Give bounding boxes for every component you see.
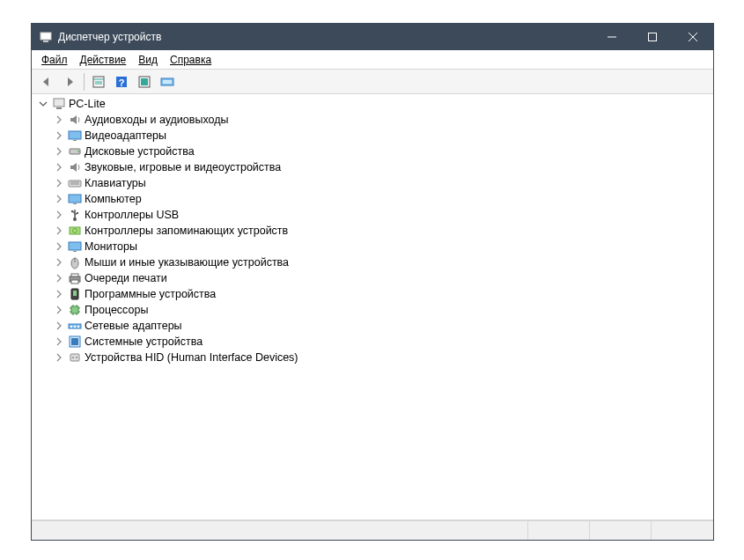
tree-category-label: Дисковые устройства xyxy=(85,145,200,158)
expand-toggle[interactable] xyxy=(53,163,65,172)
menu-help[interactable]: Справка xyxy=(164,52,217,68)
svg-rect-13 xyxy=(141,78,148,85)
svg-rect-30 xyxy=(77,212,78,214)
network-icon xyxy=(68,319,82,333)
svg-point-21 xyxy=(77,151,79,152)
hid-icon xyxy=(68,350,82,365)
storage-icon xyxy=(68,224,82,238)
tree-category[interactable]: Программные устройства xyxy=(32,286,713,302)
computer-icon xyxy=(68,192,82,206)
tree-root-label: PC-Lite xyxy=(69,98,111,110)
maximize-button[interactable] xyxy=(632,24,673,50)
menu-view[interactable]: Вид xyxy=(132,52,164,68)
tree-category-label: Устройства HID (Human Interface Devices) xyxy=(85,351,304,364)
device-tree[interactable]: PC-Lite Аудиовходы и аудиовыходыВидеоада… xyxy=(32,94,713,520)
expand-toggle[interactable] xyxy=(53,290,65,298)
svg-rect-16 xyxy=(54,99,64,107)
tree-category[interactable]: Дисковые устройства xyxy=(32,144,713,159)
expand-toggle[interactable] xyxy=(53,353,65,362)
minimize-button[interactable] xyxy=(592,24,632,50)
svg-rect-53 xyxy=(74,326,76,328)
svg-rect-17 xyxy=(56,107,62,109)
svg-text:?: ? xyxy=(119,77,125,87)
expand-toggle[interactable] xyxy=(53,242,65,251)
expand-toggle[interactable] xyxy=(53,131,65,140)
tree-category-label: Очереди печати xyxy=(85,272,173,284)
status-cell-1 xyxy=(528,521,590,540)
svg-rect-33 xyxy=(69,242,81,250)
tree-category[interactable]: Компьютер xyxy=(32,191,713,207)
svg-point-29 xyxy=(71,210,73,212)
tree-category[interactable]: Системные устройства xyxy=(32,334,713,350)
svg-rect-38 xyxy=(71,274,78,276)
software-icon xyxy=(68,287,82,301)
tree-category[interactable]: Звуковые, игровые и видеоустройства xyxy=(32,159,713,175)
svg-rect-39 xyxy=(71,280,78,284)
tree-category[interactable]: Аудиовходы и аудиовыходы xyxy=(32,112,713,128)
tree-category[interactable]: Устройства HID (Human Interface Devices) xyxy=(32,350,713,365)
expand-toggle[interactable] xyxy=(53,115,65,124)
svg-rect-57 xyxy=(70,354,79,361)
expand-toggle[interactable] xyxy=(53,306,65,314)
system-icon xyxy=(68,335,82,349)
keyboard-icon xyxy=(68,176,82,190)
window-controls xyxy=(592,24,713,50)
tree-category[interactable]: Мониторы xyxy=(32,239,713,254)
expand-toggle[interactable] xyxy=(53,147,65,156)
tree-category[interactable]: Мыши и иные указывающие устройства xyxy=(32,254,713,270)
tree-category-label: Контроллеры запоминающих устройств xyxy=(85,225,293,237)
printer-icon xyxy=(68,271,82,285)
expand-toggle[interactable] xyxy=(53,258,65,267)
svg-rect-52 xyxy=(70,326,72,328)
tree-category-label: Программные устройства xyxy=(85,288,221,300)
menu-action[interactable]: Действие xyxy=(74,52,133,68)
close-button[interactable] xyxy=(673,24,713,50)
tree-category-label: Клавиатуры xyxy=(85,177,151,189)
scan-hardware-button[interactable] xyxy=(134,71,155,92)
menu-file[interactable]: Файл xyxy=(35,52,74,68)
show-hidden-button[interactable] xyxy=(157,71,178,92)
tree-category-label: Системные устройства xyxy=(85,335,208,348)
status-cell-3 xyxy=(652,521,713,540)
help-button[interactable]: ? xyxy=(111,71,132,92)
expand-toggle[interactable] xyxy=(53,274,65,283)
display-icon xyxy=(68,129,82,143)
statusbar xyxy=(32,520,713,540)
forward-button[interactable] xyxy=(59,71,80,92)
properties-button[interactable] xyxy=(88,71,109,92)
svg-rect-26 xyxy=(73,203,77,204)
tree-category-label: Аудиовходы и аудиовыходы xyxy=(85,114,233,126)
titlebar[interactable]: Диспетчер устройств xyxy=(32,24,713,50)
tree-category[interactable]: Клавиатуры xyxy=(32,175,713,191)
menubar: Файл Действие Вид Справка xyxy=(32,50,713,70)
window-title: Диспетчер устройств xyxy=(58,31,592,43)
tree-category[interactable]: Видеоадаптеры xyxy=(32,128,713,144)
usb-icon xyxy=(68,208,82,222)
expand-toggle[interactable] xyxy=(53,179,65,188)
tree-category-label: Мониторы xyxy=(85,240,143,253)
toolbar: ? xyxy=(32,70,713,94)
toolbar-separator xyxy=(84,73,85,91)
computer-root-icon xyxy=(52,97,66,111)
tree-category-label: Компьютер xyxy=(85,193,147,205)
expand-toggle[interactable] xyxy=(53,226,65,235)
svg-rect-25 xyxy=(69,195,81,203)
svg-rect-54 xyxy=(77,326,79,328)
tree-category[interactable]: Контроллеры запоминающих устройств xyxy=(32,223,713,239)
status-cell-2 xyxy=(590,521,652,540)
tree-category[interactable]: Очереди печати xyxy=(32,270,713,286)
tree-root[interactable]: PC-Lite xyxy=(32,96,713,112)
expand-toggle[interactable] xyxy=(53,321,65,330)
back-button[interactable] xyxy=(36,71,57,92)
expand-toggle[interactable] xyxy=(53,210,65,219)
cpu-icon xyxy=(68,303,82,317)
expand-toggle[interactable] xyxy=(53,337,65,346)
svg-rect-15 xyxy=(163,80,172,84)
tree-category[interactable]: Сетевые адаптеры xyxy=(32,318,713,334)
tree-category[interactable]: Контроллеры USB xyxy=(32,207,713,223)
tree-category[interactable]: Процессоры xyxy=(32,302,713,318)
svg-rect-56 xyxy=(71,338,78,345)
expand-toggle[interactable] xyxy=(53,195,65,203)
collapse-toggle[interactable] xyxy=(37,99,49,108)
tree-category-label: Мыши и иные указывающие устройства xyxy=(85,256,294,269)
